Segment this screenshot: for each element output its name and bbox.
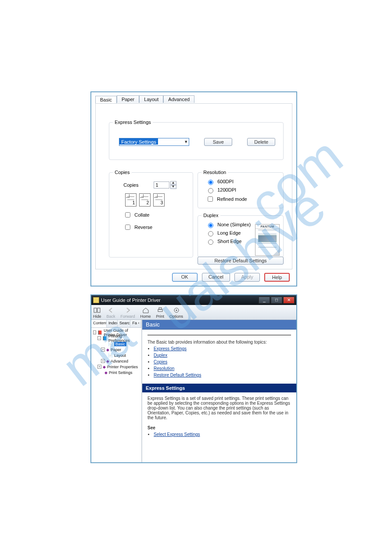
toolbar: Hide Back Forward Home Print Options <box>91 305 296 320</box>
section-title: Express Settings <box>142 384 296 392</box>
express-settings-group: Express Settings Factory Settings Save D… <box>109 120 284 160</box>
tree-props[interactable]: Printer Properties <box>107 365 138 369</box>
collate-checkbox[interactable]: Collate <box>123 211 189 219</box>
maximize-button[interactable]: □ <box>271 297 282 304</box>
copies-legend: Copies <box>113 170 131 175</box>
duplex-preview: PANTUM <box>255 224 280 256</box>
subtab-index[interactable]: Index <box>107 320 118 327</box>
cancel-button[interactable]: Cancel <box>202 273 230 282</box>
duplex-legend: Duplex <box>201 213 220 218</box>
copies-label: Copies <box>123 182 138 188</box>
tree-layout[interactable]: Layout <box>114 353 126 358</box>
radio-600dpi[interactable]: 600DPI <box>206 178 280 185</box>
tab-layout[interactable]: Layout <box>139 95 163 103</box>
section-body: Express Settings is a set of saved print… <box>147 396 291 420</box>
book-icon: 📘 <box>102 336 107 341</box>
back-icon <box>108 307 115 314</box>
tab-basic[interactable]: Basic <box>95 96 117 103</box>
contents-tree[interactable]: -📕User Guide of Printer Driver -📘Printin… <box>91 328 141 462</box>
topic-links: Express Settings Duplex Copies Resolutio… <box>154 346 291 377</box>
tree-basic[interactable]: Basic <box>114 342 126 346</box>
link-express-settings[interactable]: Express Settings <box>154 346 187 351</box>
radio-1200dpi[interactable]: 1200DPI <box>206 187 280 193</box>
ok-button[interactable]: OK <box>172 273 198 282</box>
tab-basic-body: Express Settings Factory Settings Save D… <box>95 103 292 269</box>
window-title: User Guide of Printer Driver <box>101 297 258 303</box>
subtab-contents[interactable]: Contents <box>91 320 107 327</box>
tab-paper[interactable]: Paper <box>117 95 139 103</box>
copies-spinner[interactable]: ▲ ▼ <box>170 181 176 189</box>
nav-subtabs: Contents Index Search Fa ‹ › <box>91 320 141 328</box>
resolution-legend: Resolution <box>201 170 228 175</box>
see-label: See <box>147 425 291 430</box>
duplex-group: Duplex None (Simplex) Long Edge Short Ed… <box>198 213 284 258</box>
close-button[interactable]: ✕ <box>283 297 295 304</box>
book-icon: 📕 <box>97 330 102 335</box>
bullet-icon: ◆ <box>106 359 109 363</box>
print-preferences-dialog: Basic Paper Layout Advanced Express Sett… <box>90 91 297 287</box>
home-icon <box>142 307 149 314</box>
tree-paper[interactable]: Paper <box>111 348 121 352</box>
page-icon: 📄 <box>108 353 113 358</box>
svg-rect-2 <box>158 309 162 312</box>
forward-icon <box>124 307 131 314</box>
topic-intro: The Basic tab provides information about… <box>147 340 291 345</box>
save-button[interactable]: Save <box>204 138 232 146</box>
svg-rect-0 <box>94 308 97 312</box>
options-icon <box>173 307 180 314</box>
toolbar-print[interactable]: Print <box>156 307 165 319</box>
page-icon: 3 <box>153 193 165 207</box>
link-select-express-settings[interactable]: Select Express Settings <box>154 432 200 437</box>
help-file-icon <box>93 297 99 303</box>
svg-point-5 <box>176 310 177 311</box>
link-restore-defaults[interactable]: Restore Default Settings <box>154 373 201 377</box>
toolbar-options[interactable]: Options <box>169 307 183 319</box>
subtab-search[interactable]: Search <box>118 320 131 327</box>
tab-advanced[interactable]: Advanced <box>163 95 194 103</box>
topic-title: Basic <box>142 320 296 330</box>
subtab-favorites[interactable]: Fa ‹ › <box>130 320 141 327</box>
link-duplex[interactable]: Duplex <box>154 353 167 358</box>
topic-pane: Basic The Basic tab provides information… <box>142 320 296 462</box>
bullet-icon: ◆ <box>103 365 106 369</box>
express-selected: Factory Settings <box>119 138 158 145</box>
bullet-icon: ◆ <box>106 348 109 352</box>
dialog-buttons: OK Cancel Apply Help <box>95 270 292 282</box>
toolbar-hide[interactable]: Hide <box>93 307 101 319</box>
link-copies[interactable]: Copies <box>154 359 167 364</box>
toolbar-back[interactable]: Back <box>107 307 115 319</box>
help-button[interactable]: Help <box>264 273 290 282</box>
tree-settings[interactable]: Print Settings <box>109 370 133 375</box>
page-icon: 📄 <box>108 342 113 346</box>
help-window: User Guide of Printer Driver _ □ ✕ Hide … <box>90 294 297 463</box>
tabs: Basic Paper Layout Advanced <box>95 95 295 103</box>
refined-mode-checkbox[interactable]: Refined mode <box>206 195 280 203</box>
minimize-button[interactable]: _ <box>259 297 270 304</box>
toolbar-home[interactable]: Home <box>140 307 151 319</box>
copies-input[interactable] <box>154 181 169 189</box>
page-icon: 2 <box>139 193 151 207</box>
express-combo[interactable]: Factory Settings <box>119 138 189 146</box>
toolbar-forward[interactable]: Forward <box>121 307 135 319</box>
apply-button[interactable]: Apply <box>234 273 260 282</box>
link-resolution[interactable]: Resolution <box>154 366 174 371</box>
copies-group: Copies Copies ▲ ▼ 1 2 3 <box>109 170 193 258</box>
bullet-icon: ◆ <box>104 370 108 375</box>
delete-button[interactable]: Delete <box>247 138 275 146</box>
print-icon <box>157 307 164 314</box>
svg-rect-3 <box>159 308 162 309</box>
hide-icon <box>94 307 101 314</box>
nav-pane: Contents Index Search Fa ‹ › -📕User Guid… <box>91 320 142 462</box>
express-legend: Express Settings <box>113 120 153 125</box>
titlebar[interactable]: User Guide of Printer Driver _ □ ✕ <box>91 295 296 305</box>
spin-down-icon: ▼ <box>170 185 176 189</box>
page-icon: 1 <box>125 193 137 207</box>
reverse-checkbox[interactable]: Reverse <box>123 223 189 231</box>
restore-defaults-button[interactable]: Restore Default Settings <box>198 257 284 265</box>
svg-rect-1 <box>97 308 100 312</box>
tree-advanced[interactable]: Advanced <box>111 359 128 363</box>
resolution-group: Resolution 600DPI 1200DPI Refined mode <box>198 170 284 208</box>
copies-preview: 1 2 3 <box>125 193 189 207</box>
